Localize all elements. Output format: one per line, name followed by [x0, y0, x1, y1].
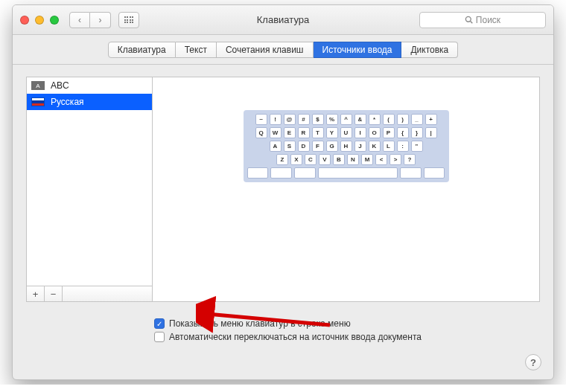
show-menu-label: Показывать меню клавиатур в строке меню: [169, 318, 351, 329]
question-icon: ?: [530, 357, 536, 368]
nav-back-forward: ‹ ›: [69, 12, 111, 28]
key: _: [411, 114, 423, 125]
key: #: [298, 114, 310, 125]
tab-shortcuts[interactable]: Сочетания клавиш: [217, 42, 314, 58]
tab-keyboard[interactable]: Клавиатура: [108, 42, 176, 58]
search-field[interactable]: Поиск: [419, 12, 546, 28]
plus-icon: +: [33, 289, 39, 300]
minimize-window-button[interactable]: [35, 16, 44, 25]
key-modifier: [294, 167, 316, 179]
key: |: [425, 127, 437, 138]
key: E: [284, 127, 296, 138]
key: $: [312, 114, 324, 125]
input-source-label: Русская: [51, 97, 84, 107]
key-modifier: [247, 167, 269, 179]
key: &: [354, 114, 366, 125]
key: K: [369, 141, 381, 152]
add-remove-bar: + −: [26, 286, 153, 302]
auto-switch-label: Автоматически переключаться на источник …: [169, 332, 422, 342]
key: ): [397, 114, 409, 125]
keyboard-preview-pane: ~!@#$%^&*()_+ QWERTYUIOP{}| ASDFGHJKL:" …: [153, 77, 540, 302]
key: C: [305, 154, 317, 165]
input-source-label: ABC: [51, 80, 69, 91]
chevron-right-icon: ›: [99, 15, 102, 25]
zoom-window-button[interactable]: [50, 16, 59, 25]
key: !: [270, 114, 282, 125]
auto-switch-checkbox-row: Автоматически переключаться на источник …: [154, 332, 540, 342]
tab-dictation[interactable]: Диктовка: [401, 42, 458, 58]
show-menu-checkbox-row: ✓ Показывать меню клавиатур в строке мен…: [154, 318, 540, 329]
key: N: [347, 154, 359, 165]
key: Y: [326, 127, 338, 138]
key: :: [397, 141, 409, 152]
titlebar: ‹ › Клавиатура Поиск: [13, 5, 553, 35]
key: }: [411, 127, 423, 138]
input-source-russian[interactable]: Русская: [27, 94, 152, 110]
key: J: [354, 141, 366, 152]
key: U: [340, 127, 352, 138]
svg-point-0: [465, 16, 471, 22]
keyboard-preview: ~!@#$%^&*()_+ QWERTYUIOP{}| ASDFGHJKL:" …: [244, 110, 449, 182]
tab-row: Клавиатура Текст Сочетания клавиш Источн…: [13, 35, 553, 65]
key: ": [411, 141, 423, 152]
key: Z: [276, 154, 288, 165]
back-button[interactable]: ‹: [69, 12, 90, 28]
key: W: [270, 127, 282, 138]
key: B: [333, 154, 345, 165]
key: *: [369, 114, 381, 125]
content-area: A ABC Русская + − ~!@#$%^&*()_+ QWERTYUI…: [13, 65, 553, 312]
key: <: [375, 154, 387, 165]
svg-line-1: [470, 22, 472, 24]
preferences-window: ‹ › Клавиатура Поиск Клавиатура Текст Со…: [12, 4, 554, 380]
input-source-abc[interactable]: A ABC: [27, 77, 152, 94]
key: H: [340, 141, 352, 152]
input-sources-list[interactable]: A ABC Русская: [26, 77, 153, 286]
key: L: [383, 141, 395, 152]
tab-text[interactable]: Текст: [176, 42, 217, 58]
key: (: [383, 114, 395, 125]
key: O: [369, 127, 381, 138]
key-space: [318, 167, 398, 179]
key: T: [312, 127, 324, 138]
key: +: [425, 114, 437, 125]
key-modifier: [270, 167, 292, 179]
add-source-button[interactable]: +: [27, 286, 45, 301]
show-menu-checkbox[interactable]: ✓: [154, 318, 165, 329]
key: %: [326, 114, 338, 125]
key: ~: [255, 114, 267, 125]
auto-switch-checkbox[interactable]: [154, 332, 165, 342]
russian-flag-icon: [31, 97, 45, 106]
search-icon: [465, 16, 473, 24]
key: {: [397, 127, 409, 138]
forward-button[interactable]: ›: [90, 12, 111, 28]
help-button[interactable]: ?: [525, 354, 541, 370]
key: ^: [340, 114, 352, 125]
remove-source-button[interactable]: −: [45, 286, 63, 301]
key: @: [284, 114, 296, 125]
key: R: [298, 127, 310, 138]
key-modifier: [424, 167, 445, 179]
traffic-lights: [20, 16, 59, 25]
key: A: [270, 141, 282, 152]
options-area: ✓ Показывать меню клавиатур в строке мен…: [13, 312, 553, 350]
search-placeholder: Поиск: [476, 15, 500, 25]
key: Q: [255, 127, 267, 138]
tab-segmented-control: Клавиатура Текст Сочетания клавиш Источн…: [108, 42, 459, 58]
key: P: [383, 127, 395, 138]
key: M: [361, 154, 373, 165]
key: ?: [404, 154, 416, 165]
key: G: [326, 141, 338, 152]
show-all-button[interactable]: [118, 12, 139, 28]
close-window-button[interactable]: [20, 16, 29, 25]
key: S: [284, 141, 296, 152]
chevron-left-icon: ‹: [78, 15, 81, 25]
tab-input-sources[interactable]: Источники ввода: [314, 42, 402, 58]
key-modifier: [400, 167, 422, 179]
input-sources-column: A ABC Русская + −: [26, 77, 153, 302]
key: F: [312, 141, 324, 152]
key: X: [290, 154, 302, 165]
key: I: [354, 127, 366, 138]
key: D: [298, 141, 310, 152]
key: V: [319, 154, 331, 165]
minus-icon: −: [51, 289, 57, 300]
